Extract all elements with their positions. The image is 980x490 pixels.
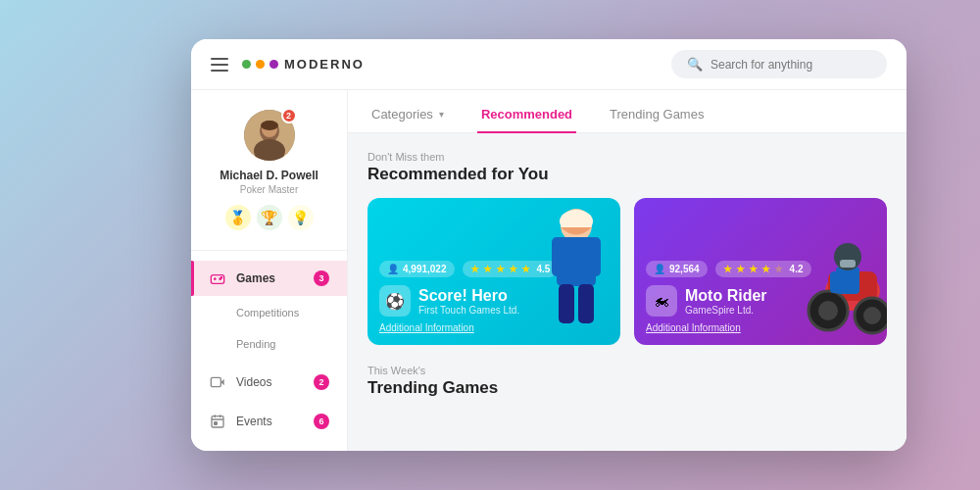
logo-dots <box>242 60 278 69</box>
game-card-score-hero[interactable]: 👤 4,991,022 ★ ★ ★ ★ ★ 4.5 <box>368 198 620 345</box>
tab-trending-games[interactable]: Trending Games <box>606 97 708 133</box>
football-player-illustration <box>537 208 615 335</box>
competitions-label: Competitions <box>236 307 299 318</box>
videos-badge: 2 <box>314 374 329 390</box>
topbar: MODERNO 🔍 <box>191 39 906 90</box>
moto-rider-text: Moto Rider GameSpire Ltd. <box>685 286 767 316</box>
trending-title: Trending Games <box>368 378 887 398</box>
star-4: ★ <box>509 264 517 274</box>
user-name: Michael D. Powell <box>220 169 318 182</box>
sidebar-item-events[interactable]: Events 6 <box>191 404 347 439</box>
score-hero-publisher: First Touch Games Ltd. <box>418 305 519 316</box>
games-badge: 3 <box>314 270 329 286</box>
game-card-moto-rider[interactable]: 👤 92,564 ★ ★ ★ ★ ★ 4.2 <box>634 198 887 345</box>
game-cards-row: 👤 4,991,022 ★ ★ ★ ★ ★ 4.5 <box>368 198 887 345</box>
games-label: Games <box>236 271 304 285</box>
tab-recommended[interactable]: Recommended <box>477 97 576 133</box>
sidebar-item-pending[interactable]: Pending <box>191 327 347 359</box>
videos-label: Videos <box>236 375 304 389</box>
svg-point-25 <box>818 301 838 320</box>
search-input[interactable] <box>710 58 871 72</box>
search-icon: 🔍 <box>687 57 703 72</box>
sidebar: 2 Michael D. Powell Poker Master 🥇 🏆 💡 <box>191 90 348 451</box>
star-1: ★ <box>470 264 479 274</box>
moto-rider-icon: 🏍 <box>646 285 677 317</box>
score-hero-players: 👤 4,991,022 <box>379 261 455 277</box>
score-hero-text: Score! Hero First Touch Games Ltd. <box>418 286 519 316</box>
star-5: ★ <box>521 264 530 274</box>
svg-rect-14 <box>215 422 218 425</box>
user-icon: 👤 <box>387 264 399 274</box>
video-icon <box>209 374 226 390</box>
svg-point-7 <box>220 277 221 278</box>
moto-rider-illustration <box>769 203 887 340</box>
tabs: Categories ▾ Recommended Trending Games <box>348 90 906 133</box>
events-icon <box>209 414 226 429</box>
user-icon-2: 👤 <box>654 264 665 274</box>
logo-dot-green <box>242 60 251 69</box>
moto-rider-title: Moto Rider <box>685 286 767 305</box>
achievement-trophy: 🏆 <box>257 205 282 230</box>
star-2: ★ <box>483 264 492 274</box>
tab-categories[interactable]: Categories ▾ <box>368 97 448 133</box>
achievement-gold: 🥇 <box>225 205 251 230</box>
svg-rect-8 <box>211 377 220 386</box>
svg-rect-19 <box>559 284 574 323</box>
content-area: 2 Michael D. Powell Poker Master 🥇 🏆 💡 <box>191 90 906 451</box>
user-title: Poker Master <box>240 184 298 195</box>
achievement-icons: 🥇 🏆 💡 <box>225 205 314 230</box>
chevron-down-icon: ▾ <box>439 109 444 120</box>
trending-section: This Week's Trending Games <box>368 365 887 398</box>
profile-section: 2 Michael D. Powell Poker Master 🥇 🏆 💡 <box>191 110 347 251</box>
svg-rect-5 <box>211 275 223 284</box>
recommended-title: Recommended for You <box>368 165 887 184</box>
events-badge: 6 <box>314 414 329 429</box>
nav-items: Games 3 Competitions Pending <box>191 261 347 439</box>
pending-label: Pending <box>236 338 275 350</box>
score-hero-icon: ⚽ <box>379 285 411 317</box>
avatar-wrapper: 2 <box>244 110 295 161</box>
app-window: MODERNO 🔍 <box>191 39 906 451</box>
events-label: Events <box>236 415 304 428</box>
star-3: ★ <box>496 264 505 274</box>
svg-rect-32 <box>840 260 856 268</box>
score-hero-title: Score! Hero <box>418 286 519 305</box>
main-scroll-content: Don't Miss them Recommended for You 👤 4,… <box>348 133 906 421</box>
moto-rider-publisher: GameSpire Ltd. <box>685 305 767 316</box>
sidebar-item-videos[interactable]: Videos 2 <box>191 365 347 400</box>
search-bar[interactable]: 🔍 <box>671 50 887 78</box>
svg-point-4 <box>261 121 278 130</box>
moto-star-3: ★ <box>749 264 758 274</box>
achievement-idea: 💡 <box>288 205 314 230</box>
svg-point-27 <box>863 307 881 324</box>
recommended-subtitle: Don't Miss them <box>368 151 887 163</box>
sidebar-item-games[interactable]: Games 3 <box>191 261 347 296</box>
svg-rect-10 <box>212 416 223 427</box>
moto-star-1: ★ <box>723 264 732 274</box>
sidebar-item-competitions[interactable]: Competitions <box>191 296 347 327</box>
gamepad-icon <box>209 270 226 286</box>
moto-star-2: ★ <box>736 264 745 274</box>
svg-rect-20 <box>578 284 594 323</box>
svg-rect-18 <box>585 237 601 276</box>
moto-rider-players: 👤 92,564 <box>646 261 708 277</box>
logo-dot-orange <box>256 60 265 69</box>
svg-rect-30 <box>830 271 842 293</box>
logo-dot-purple <box>270 60 278 69</box>
hamburger-menu-button[interactable] <box>211 58 228 72</box>
svg-rect-17 <box>552 237 567 276</box>
notification-badge: 2 <box>281 108 297 123</box>
main-content-area: Categories ▾ Recommended Trending Games … <box>348 90 906 451</box>
app-logo-text: MODERNO <box>284 57 365 72</box>
trending-subtitle: This Week's <box>368 365 887 376</box>
